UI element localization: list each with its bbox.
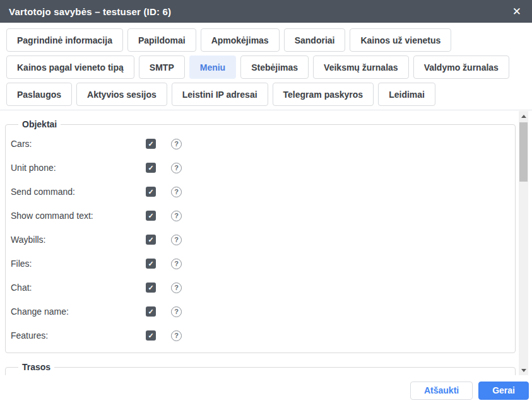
tab-veiksm-urnalas[interactable]: Veiksmų žurnalas [313,55,409,79]
field-label: Unit phone: [11,163,146,173]
section-objektai: ObjektaiCars:✓?Unit phone:✓?Send command… [5,119,516,353]
check-icon: ✓ [148,141,153,148]
field-label: Features: [11,330,146,341]
tab-aktyvios-sesijos[interactable]: Aktyvios sesijos [76,83,167,106]
help-icon[interactable]: ? [171,139,182,149]
tab-telegram-paskyros[interactable]: Telegram paskyros [273,83,374,106]
scroll-down-arrow-icon [521,369,526,372]
tab-kainos-u-vienetus[interactable]: Kainos už vienetus [350,28,451,52]
section-legend: Objektai [18,119,61,129]
tab-meniu[interactable]: Meniu [189,55,236,79]
checkbox-chat[interactable]: ✓ [146,283,156,293]
field-label: Send command: [11,187,146,197]
check-icon: ✓ [148,189,153,195]
dialog-titlebar: Vartotojo savybės – testuser (ID: 6) ✕ [0,0,532,23]
tab-pagrindin-informacija[interactable]: Pagrindinė informacija [6,28,123,52]
check-icon: ✓ [148,236,153,243]
tab-papildomai[interactable]: Papildomai [127,28,196,52]
help-icon[interactable]: ? [171,306,182,317]
dialog-title: Vartotojo savybės – testuser (ID: 6) [9,6,171,17]
sections-container: ObjektaiCars:✓?Unit phone:✓?Send command… [0,110,532,375]
field-row-unit-phone: Unit phone:✓? [11,156,515,180]
checkbox-change-name[interactable]: ✓ [146,306,156,317]
close-icon[interactable]: ✕ [511,5,523,18]
checkbox-show-command-text[interactable]: ✓ [146,211,156,221]
help-icon[interactable]: ? [171,330,182,341]
field-row-chat: Chat:✓? [11,276,515,300]
field-row-show-command-text: Show command text:✓? [11,204,515,228]
check-icon: ✓ [148,284,153,291]
field-row-change-name: Change name:✓? [11,300,515,323]
field-label: Change name: [11,306,146,317]
dialog-footer: Atšaukti Gerai [0,375,532,408]
tab-apmok-jimas[interactable]: Apmokėjimas [201,28,280,52]
tab-smtp[interactable]: SMTP [139,55,185,79]
tab-leidimai[interactable]: Leidimai [378,83,435,106]
field-label: Waybills: [11,235,146,245]
vertical-scrollbar[interactable] [519,111,528,375]
field-label: Chat: [11,283,146,293]
help-icon[interactable]: ? [171,211,182,221]
check-icon: ✓ [148,213,153,219]
content-scroll-area: ObjektaiCars:✓?Unit phone:✓?Send command… [0,110,532,375]
field-row-send-command: Send command:✓? [11,180,515,204]
field-label: Files: [11,259,146,269]
field-row-features: Features:✓? [11,323,515,347]
field-row-files: Files:✓? [11,252,515,276]
section-trasos: Trasos [5,362,516,375]
check-icon: ✓ [148,260,153,267]
ok-button[interactable]: Gerai [478,382,529,400]
tab-paslaugos[interactable]: Paslaugos [6,83,72,106]
cancel-button[interactable]: Atšaukti [410,382,473,400]
check-icon: ✓ [148,165,153,172]
scroll-down-button[interactable] [519,365,528,375]
scroll-up-arrow-icon [521,115,526,118]
help-icon[interactable]: ? [171,283,182,293]
tab-valdymo-urnalas[interactable]: Valdymo žurnalas [413,55,509,79]
help-icon[interactable]: ? [171,235,182,245]
tab-bar: Pagrindinė informacijaPapildomaiApmokėji… [0,23,532,106]
help-icon[interactable]: ? [171,259,182,269]
field-label: Cars: [11,139,146,149]
tab-sandoriai[interactable]: Sandoriai [284,28,346,52]
check-icon: ✓ [148,308,153,315]
checkbox-features[interactable]: ✓ [146,330,156,341]
user-properties-dialog: Vartotojo savybės – testuser (ID: 6) ✕ P… [0,0,532,408]
checkbox-unit-phone[interactable]: ✓ [146,163,156,173]
tab-leistini-ip-adresai[interactable]: Leistini IP adresai [172,83,268,106]
field-row-waybills: Waybills:✓? [11,228,515,252]
scroll-up-button[interactable] [519,111,528,121]
checkbox-cars[interactable]: ✓ [146,139,156,149]
field-label: Show command text: [11,211,146,221]
help-icon[interactable]: ? [171,187,182,197]
tab-kainos-pagal-vieneto-tip[interactable]: Kainos pagal vieneto tipą [6,55,134,79]
checkbox-files[interactable]: ✓ [146,259,156,269]
check-icon: ✓ [148,332,153,339]
field-row-cars: Cars:✓? [11,132,515,156]
section-legend: Trasos [18,362,54,372]
tab-steb-jimas[interactable]: Stebėjimas [240,55,309,79]
scrollbar-thumb[interactable] [519,122,528,182]
help-icon[interactable]: ? [171,163,182,173]
checkbox-waybills[interactable]: ✓ [146,235,156,245]
checkbox-send-command[interactable]: ✓ [146,187,156,197]
